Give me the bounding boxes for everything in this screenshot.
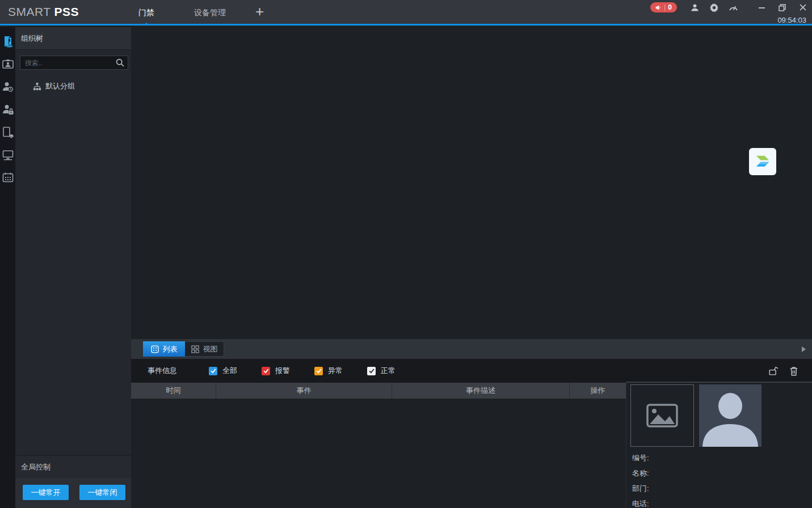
person-photo-placeholder [699, 384, 761, 447]
tab-grid-view[interactable]: 视图 [185, 341, 224, 357]
tab-device-management[interactable]: 设备管理 [186, 0, 234, 26]
restore-button[interactable] [777, 3, 787, 12]
nav-rail [0, 27, 15, 508]
titlebar: SMART PSS 门禁 设备管理 + 0 [0, 0, 812, 26]
access-control-console-icon[interactable] [1, 35, 14, 48]
badge-divider [664, 5, 665, 11]
column-time: 时间 [131, 383, 216, 399]
performance-gauge-icon[interactable] [729, 3, 738, 12]
person-silhouette-icon [699, 384, 761, 447]
alarm-count-badge[interactable]: 0 [650, 2, 677, 12]
calendar-icon[interactable] [1, 171, 14, 184]
org-tree-node-icon [33, 82, 41, 91]
app-logo: SMART PSS [8, 5, 79, 19]
global-control-buttons: 一键常开 一键常闭 [15, 478, 131, 508]
column-operation: 操作 [570, 383, 626, 399]
field-name: 名称: [632, 465, 649, 481]
event-filter-bar: 事件信息 全部 报警 异常 正常 [131, 359, 812, 383]
search-icon[interactable] [115, 58, 125, 67]
add-module-tab-button[interactable]: + [243, 0, 276, 26]
column-event: 事件 [216, 383, 392, 399]
filter-all[interactable]: 全部 [209, 366, 237, 376]
column-event-description: 事件描述 [392, 383, 570, 399]
org-tree: 默认分组 [15, 79, 131, 455]
monitor-icon[interactable] [1, 148, 14, 161]
tree-item-label: 默认分组 [45, 81, 75, 91]
alarm-count: 0 [668, 2, 672, 12]
checkbox-normal[interactable] [367, 367, 376, 375]
user-clock-icon[interactable] [1, 80, 14, 93]
system-clock: 09:54:03 [777, 16, 806, 24]
smartpss-window: SMART PSS 门禁 设备管理 + 0 [0, 0, 812, 508]
tab-access-control[interactable]: 门禁 [131, 0, 162, 26]
tab-label: 列表 [163, 344, 178, 354]
filter-label: 正常 [381, 366, 396, 376]
module-tabs: 门禁 设备管理 + [131, 0, 276, 26]
event-info-title: 事件信息 [148, 366, 177, 376]
expand-right-icon[interactable] [802, 346, 806, 352]
tree-item-default-group[interactable]: 默认分组 [15, 79, 131, 93]
search-input[interactable] [20, 56, 128, 70]
field-phone: 电话: [632, 496, 649, 508]
user-lock-icon[interactable] [1, 103, 14, 116]
speaker-icon [655, 5, 662, 11]
settings-gear-icon[interactable] [709, 3, 719, 12]
smartpss-brand-icon [749, 148, 776, 175]
minimize-button[interactable] [757, 3, 767, 12]
org-tree-panel: 组织树 默认分组 全局控制 一键常开 一键常闭 [15, 27, 131, 508]
titlebar-right-cluster: 0 [650, 2, 807, 24]
device-alarm-icon[interactable] [1, 125, 14, 138]
tab-list-view[interactable]: 列表 [143, 341, 185, 357]
event-filters: 全部 报警 异常 正常 [209, 366, 420, 376]
unlock-icon[interactable] [768, 365, 779, 376]
personnel-card-icon[interactable] [1, 57, 14, 70]
field-department: 部门: [632, 481, 649, 496]
filter-label: 全部 [222, 366, 237, 376]
photo-placeholder-icon [646, 404, 678, 427]
console-canvas [131, 27, 812, 339]
filter-normal[interactable]: 正常 [367, 366, 396, 376]
checkbox-abnormal[interactable] [314, 367, 323, 375]
filter-alarm[interactable]: 报警 [262, 366, 290, 376]
event-bar-actions [768, 365, 799, 376]
event-table-body [131, 399, 626, 508]
person-fields: 编号: 名称: 部门: 电话: [632, 450, 649, 508]
event-table-header: 时间 事件 事件描述 操作 [131, 383, 626, 399]
always-closed-button[interactable]: 一键常闭 [79, 485, 125, 500]
user-account-icon[interactable] [690, 3, 700, 12]
grid-view-icon [191, 345, 199, 353]
always-open-button[interactable]: 一键常开 [23, 485, 69, 500]
search-row [20, 56, 128, 70]
filter-label: 异常 [328, 366, 343, 376]
checkbox-all[interactable] [209, 367, 217, 375]
checkbox-alarm[interactable] [262, 367, 270, 375]
person-detail-panel: 编号: 名称: 部门: 电话: [626, 382, 812, 508]
filter-label: 报警 [275, 366, 290, 376]
delete-trash-icon[interactable] [789, 366, 799, 376]
field-id: 编号: [632, 450, 649, 465]
tab-label: 视图 [203, 344, 218, 354]
filter-abnormal[interactable]: 异常 [314, 366, 343, 376]
list-view-icon [151, 345, 159, 353]
snapshot-placeholder [630, 384, 694, 447]
close-button[interactable] [798, 3, 807, 12]
global-control-title: 全局控制 [15, 455, 131, 478]
org-tree-title: 组织树 [15, 27, 131, 50]
view-tab-row: 列表 视图 [131, 339, 812, 359]
